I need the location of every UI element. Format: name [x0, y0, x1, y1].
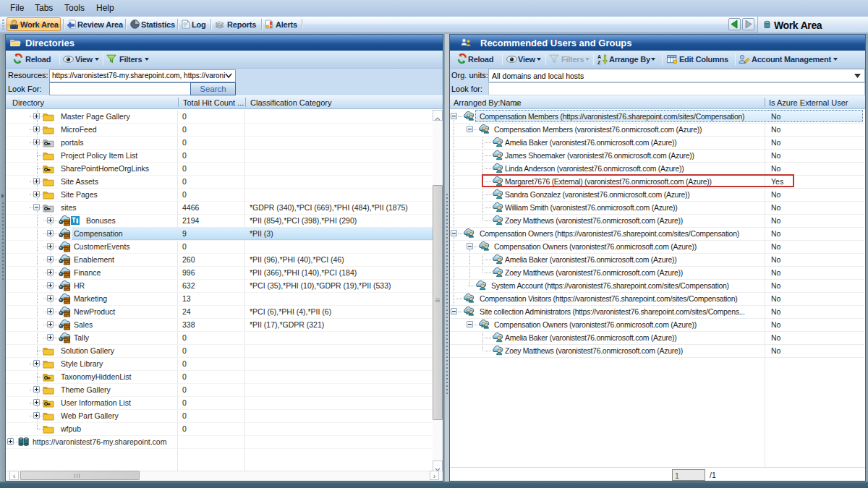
- svg-text:Z: Z: [597, 60, 601, 65]
- svg-text:A: A: [597, 54, 601, 59]
